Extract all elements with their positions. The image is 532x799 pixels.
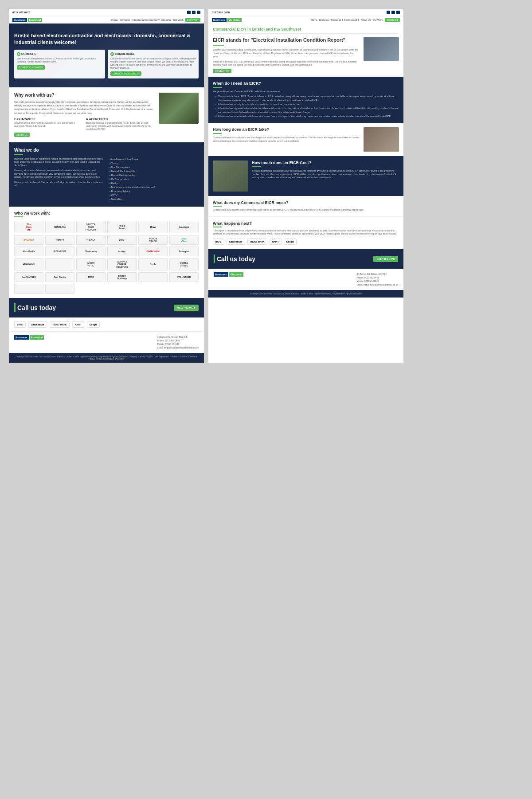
service-ev: EV Charge points	[109, 177, 199, 181]
guarantee-icon: G	[14, 118, 16, 121]
how-cost-left	[213, 161, 248, 192]
logo-trinity: TRINITY	[45, 235, 74, 245]
why-title: Why work with us?	[14, 93, 155, 98]
r-nav-domestic[interactable]: Domestic	[319, 19, 329, 21]
accredited-title: A ACCREDITED	[86, 118, 155, 121]
right-page: 0117 462 0478 f in li Business Electrica…	[208, 9, 403, 363]
what-next-title: What happens next?	[213, 221, 399, 226]
logo-rough-trade: ROUGHTRADE	[138, 235, 168, 245]
logo-elgin: ELGIN HIGH	[138, 247, 168, 256]
service-testing: Testing	[109, 161, 199, 165]
left-call-btn[interactable]: 0117 462 0478	[174, 305, 199, 311]
when-point-4: A business has experienced multiple elec…	[215, 114, 399, 118]
r-nav-about[interactable]: About Us	[361, 19, 371, 21]
right-call-btn[interactable]: 0117 462 0478	[373, 256, 398, 262]
what-underline	[14, 154, 23, 155]
eicr-intro-right	[364, 37, 399, 61]
eicr-detail-text: Similar to a domestic EICR, a Commercial…	[213, 60, 360, 67]
eicr-separator	[213, 33, 399, 34]
how-cost-section: How much does an EICR Cost? Because comm…	[208, 156, 403, 196]
call-bar-icon	[14, 303, 16, 312]
domestic-icon: D	[17, 52, 20, 56]
nav-contact-btn[interactable]: CONTACT	[185, 18, 200, 22]
logo-combe: COMBEGROVE	[169, 258, 199, 270]
r-cert-checkatrade: Checkatrade	[227, 239, 245, 245]
logo-volunteer: VOLUNTEER	[169, 272, 199, 282]
r-cert-bafe: BAFE	[213, 239, 224, 245]
hero-card-commercial-title: C COMMERCIAL	[110, 52, 196, 56]
r-nav-contact-btn[interactable]: CONTACT	[385, 18, 400, 22]
logo-cave-inn: TheCaveInn	[14, 221, 43, 233]
r-logo-business: Business	[212, 18, 227, 22]
left-call-section: Call us today 0117 462 0478	[9, 298, 204, 317]
about-btn[interactable]: ABOUT US	[14, 133, 30, 137]
cert-trust: TRUST MARK	[50, 321, 70, 328]
why-accredited: A ACCREDITED Business electrical is accr…	[86, 118, 155, 131]
left-footer-logos: BAFE Checkatrade TRUST MARK NAPIT Google	[9, 317, 204, 332]
nav-about[interactable]: About Us	[161, 19, 172, 21]
hero-title: Bristol based electrical contractor and …	[14, 32, 199, 46]
hero-cards: D DOMESTIC With a wealth of experience B…	[14, 50, 199, 78]
when-underline	[213, 87, 222, 88]
what-title: What we do	[14, 148, 199, 153]
right-phone: 0117 462 0478	[212, 11, 230, 14]
domestic-services-btn[interactable]: DOMESTIC SERVICES	[17, 65, 45, 70]
eicr-contact-btn[interactable]: CONTACT US	[213, 69, 231, 73]
who-title: Who we work with:	[14, 211, 199, 215]
what-left: Business Electrical is an established, r…	[14, 157, 104, 201]
eicr-underline	[213, 45, 224, 46]
what-next-section: What happens next? If the report is unsa…	[208, 216, 403, 249]
how-long-section: How long does an EICR take? Commercial e…	[208, 123, 403, 156]
r-cert-napit: NAPIT	[270, 239, 282, 245]
hero-card-commercial: C COMMERCIAL Our clients include Bristol…	[108, 50, 199, 78]
r-instagram-icon: in	[391, 11, 395, 14]
service-design: Design	[109, 181, 199, 185]
r-nav-work[interactable]: Our Work	[372, 19, 383, 21]
eicr-intro: EICR stands for "Electrical Installation…	[213, 37, 399, 73]
what-mean-underline	[213, 206, 222, 207]
why-guarantee: G GUARANTEE All workmanship and material…	[14, 118, 83, 131]
who-underline	[14, 216, 23, 217]
why-left: Why work with us? We pride ourselves in …	[14, 93, 155, 137]
why-right	[159, 93, 199, 124]
what-mean-text: Commercial EICRs use the same terminolog…	[213, 208, 399, 212]
why-text: We pride ourselves in working closely wi…	[14, 100, 155, 115]
commercial-services-btn[interactable]: COMMERCIAL SERVICES	[110, 71, 141, 76]
r-cert-trust: TRUST MARK	[247, 239, 267, 245]
logo-extract: EXTRACTCOFFEEROASTERS	[107, 258, 137, 270]
cert-google: Google	[87, 321, 100, 328]
who-section: Who we work with: TheCaveInn ARNOLFINI B…	[9, 207, 204, 298]
eicr-main-title: EICR stands for "Electrical Installation…	[213, 37, 360, 43]
how-long-title: How long does an EICR take?	[213, 127, 360, 132]
when-title: When do I need an EICR?	[213, 81, 399, 86]
when-point-2: A business has recently let or bought a …	[215, 102, 399, 106]
how-long-content: How long does an EICR take? Commercial e…	[213, 127, 399, 152]
what-next-underline	[213, 227, 222, 227]
commercial-icon: C	[110, 52, 114, 56]
eicr-intro-left: EICR stands for "Electrical Installation…	[213, 37, 360, 73]
logo-theimaster: Theimaster	[76, 247, 106, 256]
what-section: What we do Business Electrical is an est…	[9, 142, 204, 207]
r-logo-electrical: Electrical	[227, 18, 242, 22]
r-nav-home[interactable]: Home	[311, 19, 317, 21]
nav-work[interactable]: Our Work	[173, 19, 183, 21]
right-copyright: Copyright 2024 Business Electrical | Bus…	[208, 290, 403, 298]
footer-address: 34 Barton Rd, Bristol, BS2 0LF Phone: 01…	[157, 335, 199, 349]
left-page: 0117 462 0478 f in li Business Electrica…	[9, 9, 204, 363]
nav-domestic[interactable]: Domestic	[120, 19, 130, 21]
service-cctv: CCTV	[109, 193, 199, 197]
logo-empty2	[138, 272, 168, 282]
logo-brew: Brew	[138, 221, 168, 233]
what-next-text: If the report is unsatisfactory we will …	[213, 229, 399, 236]
logo-arlo: Arlo &Jacob	[107, 221, 137, 233]
r-footer-logo: Business Electrical	[214, 272, 243, 277]
logo-arnolfini: ARNOLFINI	[45, 221, 74, 233]
left-site-footer: Business Electrical 34 Barton Rd, Bristo…	[9, 332, 204, 353]
service-installation: Installation and Part P work	[109, 157, 199, 161]
service-maintenance: Maintenance contracts and out of hours w…	[109, 185, 199, 189]
what-right: Installation and Part P work Testing Fir…	[109, 157, 199, 201]
nav-industrial[interactable]: Industrial & Commercial ▾	[132, 19, 160, 21]
how-long-text: Commercial electrical installations are …	[213, 136, 360, 143]
r-nav-industrial[interactable]: Industrial & Commercial ▾	[331, 19, 359, 21]
nav-home[interactable]: Home	[111, 19, 118, 21]
